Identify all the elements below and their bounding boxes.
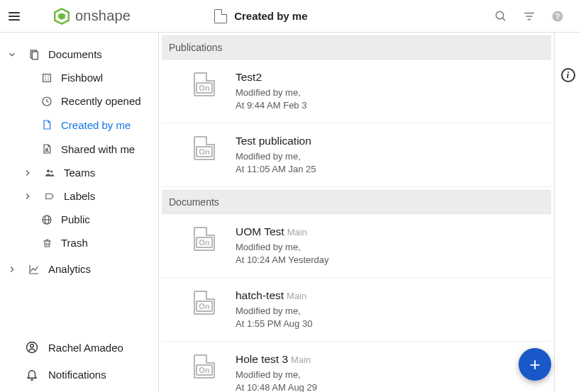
- list-item[interactable]: On Test publication Modified by me, At 1…: [162, 123, 551, 187]
- main-content: Publications On Test2 Modified by me, At…: [159, 33, 581, 392]
- notifications-button[interactable]: Notifications: [0, 361, 158, 388]
- item-title: UOM Test: [236, 225, 284, 237]
- search-icon[interactable]: [494, 10, 507, 23]
- chevron-right-icon: [23, 191, 35, 201]
- details-rail: i: [554, 33, 581, 392]
- onshape-document-icon: On: [194, 136, 215, 160]
- item-modified-by: Modified by me,: [236, 151, 301, 162]
- label-icon: [43, 191, 57, 201]
- sidebar-item-label: Teams: [64, 167, 95, 179]
- sidebar-item-analytics[interactable]: Analytics: [0, 257, 158, 281]
- item-modified-by: Modified by me,: [236, 306, 301, 316]
- onshape-document-icon: On: [194, 354, 215, 379]
- onshape-document-icon: On: [194, 72, 215, 96]
- list-item[interactable]: On Test2 Modified by me, At 9:44 AM Feb …: [162, 60, 551, 123]
- item-modified-at: At 10:48 AM Aug 29: [236, 382, 317, 392]
- sidebar-item-label: Fishbowl: [61, 72, 103, 84]
- sidebar-item-label: Documents: [48, 48, 102, 60]
- sidebar-item-created-by-me[interactable]: Created by me: [0, 113, 158, 137]
- chevron-right-icon: [23, 168, 35, 178]
- teams-icon: [43, 167, 57, 179]
- item-modified-by: Modified by me,: [236, 87, 301, 98]
- brand-logo[interactable]: onshape: [52, 7, 131, 26]
- globe-icon: [40, 214, 54, 225]
- section-header-publications: Publications: [162, 35, 551, 60]
- document-icon: [214, 9, 227, 23]
- item-title: Test2: [236, 71, 262, 83]
- clock-icon: [40, 96, 54, 107]
- menu-toggle-icon[interactable]: [7, 8, 21, 25]
- help-icon[interactable]: ?: [551, 10, 564, 23]
- sidebar-item-label: Shared with me: [61, 143, 135, 155]
- list-item[interactable]: On hatch-testMain Modified by me, At 1:5…: [162, 278, 551, 342]
- item-modified-by: Modified by me,: [236, 369, 301, 380]
- chevron-down-icon: [7, 50, 20, 60]
- sidebar-item-label: Recently opened: [61, 95, 141, 107]
- sidebar-item-label: Labels: [64, 190, 95, 202]
- sort-icon[interactable]: [523, 10, 536, 23]
- page-title: Created by me: [234, 10, 307, 22]
- create-new-button[interactable]: +: [519, 348, 551, 381]
- breadcrumb: Created by me: [214, 9, 307, 23]
- item-title: hatch-test: [236, 289, 284, 301]
- svg-text:?: ?: [555, 11, 560, 20]
- svg-point-21: [50, 170, 52, 172]
- user-profile[interactable]: Rachel Amadeo: [0, 334, 158, 361]
- sidebar: Documents Fishbowl Recently opened Creat…: [0, 33, 159, 392]
- item-branch: Main: [287, 227, 307, 237]
- sidebar-item-labels[interactable]: Labels: [0, 184, 158, 208]
- brand-name: onshape: [75, 8, 131, 24]
- sidebar-item-label: Public: [61, 213, 90, 225]
- item-title: Hole test 3: [236, 353, 288, 365]
- document-list[interactable]: Publications On Test2 Modified by me, At…: [159, 33, 554, 392]
- sidebar-item-trash[interactable]: Trash: [0, 231, 158, 254]
- sidebar-item-label: Created by me: [61, 119, 131, 131]
- sidebar-item-teams[interactable]: Teams: [0, 161, 158, 184]
- svg-point-2: [496, 11, 504, 19]
- user-name: Rachel Amadeo: [48, 342, 123, 354]
- building-icon: [40, 72, 54, 84]
- svg-point-28: [31, 345, 34, 348]
- trash-icon: [40, 237, 54, 249]
- sidebar-item-documents[interactable]: Documents: [0, 43, 158, 66]
- list-item[interactable]: On Hole test 3Main Modified by me, At 10…: [162, 342, 551, 392]
- item-branch: Main: [291, 354, 311, 365]
- item-modified-at: At 9:44 AM Feb 3: [236, 100, 306, 111]
- svg-point-19: [46, 148, 48, 150]
- sidebar-item-fishbowl[interactable]: Fishbowl: [0, 66, 158, 89]
- sidebar-item-shared-with-me[interactable]: Shared with me: [0, 137, 158, 161]
- item-modified-at: At 10:24 AM Yesterday: [236, 254, 329, 265]
- sidebar-item-public[interactable]: Public: [0, 208, 158, 231]
- sidebar-item-label: Trash: [61, 237, 88, 249]
- shared-document-icon: [40, 142, 54, 155]
- document-icon: [40, 118, 54, 131]
- bell-icon: [26, 368, 38, 381]
- onshape-icon: [52, 7, 71, 26]
- notifications-label: Notifications: [48, 369, 106, 381]
- svg-rect-11: [43, 74, 51, 82]
- list-item[interactable]: On UOM TestMain Modified by me, At 10:24…: [162, 214, 551, 278]
- sidebar-item-recently-opened[interactable]: Recently opened: [0, 89, 158, 113]
- info-icon[interactable]: i: [561, 68, 575, 82]
- section-header-documents: Documents: [162, 190, 551, 214]
- item-modified-by: Modified by me,: [236, 242, 301, 252]
- onshape-document-icon: On: [194, 227, 215, 251]
- item-title: Test publication: [236, 135, 311, 147]
- item-branch: Main: [287, 291, 306, 301]
- chevron-right-icon: [7, 264, 20, 274]
- sidebar-item-label: Analytics: [48, 263, 91, 275]
- svg-point-20: [47, 169, 50, 172]
- item-modified-at: At 1:55 PM Aug 30: [236, 318, 312, 329]
- app-header: onshape Created by me ?: [0, 0, 581, 33]
- documents-icon: [27, 49, 41, 60]
- item-modified-at: At 11:05 AM Jan 25: [236, 164, 316, 174]
- svg-marker-1: [58, 13, 65, 20]
- onshape-document-icon: On: [194, 291, 215, 315]
- svg-rect-10: [32, 52, 38, 60]
- avatar-icon: [26, 341, 38, 354]
- analytics-icon: [27, 264, 41, 275]
- svg-line-3: [502, 18, 505, 21]
